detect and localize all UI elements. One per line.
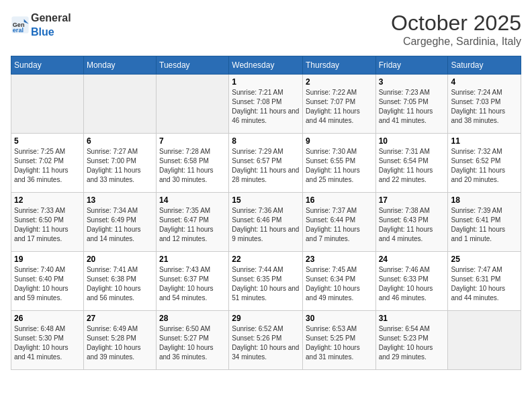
calendar-cell: 31Sunrise: 6:54 AM Sunset: 5:23 PM Dayli…: [375, 311, 448, 370]
calendar-cell: 26Sunrise: 6:48 AM Sunset: 5:30 PM Dayli…: [11, 311, 84, 370]
calendar-cell: 27Sunrise: 6:49 AM Sunset: 5:28 PM Dayli…: [83, 311, 156, 370]
day-info: Sunrise: 7:21 AM Sunset: 7:08 PM Dayligh…: [232, 88, 300, 126]
day-header-tuesday: Tuesday: [157, 56, 229, 75]
calendar-cell: 5Sunrise: 7:25 AM Sunset: 7:02 PM Daylig…: [11, 134, 84, 193]
day-info: Sunrise: 6:48 AM Sunset: 5:30 PM Dayligh…: [14, 324, 81, 362]
calendar-week-5: 26Sunrise: 6:48 AM Sunset: 5:30 PM Dayli…: [11, 311, 521, 370]
calendar-week-3: 12Sunrise: 7:33 AM Sunset: 6:50 PM Dayli…: [11, 193, 521, 252]
day-info: Sunrise: 7:35 AM Sunset: 6:47 PM Dayligh…: [159, 206, 226, 244]
day-info: Sunrise: 7:38 AM Sunset: 6:43 PM Dayligh…: [379, 206, 445, 244]
calendar-cell: 20Sunrise: 7:41 AM Sunset: 6:38 PM Dayli…: [83, 252, 156, 311]
day-info: Sunrise: 7:23 AM Sunset: 7:05 PM Dayligh…: [379, 88, 445, 126]
calendar-cell: 23Sunrise: 7:45 AM Sunset: 6:34 PM Dayli…: [303, 252, 376, 311]
day-number: 9: [306, 136, 373, 146]
day-info: Sunrise: 6:53 AM Sunset: 5:25 PM Dayligh…: [306, 324, 373, 362]
title-block: October 2025 Cargeghe, Sardinia, Italy: [391, 11, 521, 48]
day-number: 28: [159, 314, 226, 323]
calendar-table: SundayMondayTuesdayWednesdayThursdayFrid…: [11, 56, 521, 370]
day-number: 18: [451, 195, 518, 205]
day-info: Sunrise: 7:36 AM Sunset: 6:46 PM Dayligh…: [232, 206, 300, 244]
calendar-cell: 10Sunrise: 7:31 AM Sunset: 6:54 PM Dayli…: [375, 134, 448, 193]
svg-text:eral: eral: [13, 27, 24, 34]
day-info: Sunrise: 7:45 AM Sunset: 6:34 PM Dayligh…: [306, 265, 373, 303]
day-info: Sunrise: 7:24 AM Sunset: 7:03 PM Dayligh…: [451, 88, 518, 126]
day-info: Sunrise: 7:46 AM Sunset: 6:33 PM Dayligh…: [379, 265, 445, 303]
day-info: Sunrise: 7:28 AM Sunset: 6:58 PM Dayligh…: [159, 147, 226, 185]
day-number: 26: [14, 314, 81, 323]
day-number: 22: [232, 255, 300, 264]
calendar-cell: [448, 311, 521, 370]
day-number: 30: [306, 314, 373, 323]
calendar-cell: 8Sunrise: 7:29 AM Sunset: 6:57 PM Daylig…: [229, 134, 303, 193]
calendar-header-row: SundayMondayTuesdayWednesdayThursdayFrid…: [11, 56, 521, 75]
location-subtitle: Cargeghe, Sardinia, Italy: [391, 36, 521, 48]
calendar-cell: 22Sunrise: 7:44 AM Sunset: 6:35 PM Dayli…: [229, 252, 303, 311]
calendar-cell: 14Sunrise: 7:35 AM Sunset: 6:47 PM Dayli…: [157, 193, 229, 252]
day-header-saturday: Saturday: [448, 56, 521, 75]
day-number: 21: [159, 255, 226, 264]
day-number: 27: [87, 314, 153, 323]
day-info: Sunrise: 7:41 AM Sunset: 6:38 PM Dayligh…: [87, 265, 153, 303]
day-number: 1: [232, 77, 300, 87]
day-info: Sunrise: 6:54 AM Sunset: 5:23 PM Dayligh…: [379, 324, 445, 362]
calendar-cell: [11, 75, 84, 134]
day-info: Sunrise: 7:39 AM Sunset: 6:41 PM Dayligh…: [451, 206, 518, 244]
calendar-cell: 16Sunrise: 7:37 AM Sunset: 6:44 PM Dayli…: [303, 193, 376, 252]
month-title: October 2025: [391, 11, 521, 36]
calendar-cell: 13Sunrise: 7:34 AM Sunset: 6:49 PM Dayli…: [83, 193, 156, 252]
day-header-friday: Friday: [375, 56, 448, 75]
day-number: 13: [87, 195, 153, 205]
calendar-cell: [157, 75, 229, 134]
calendar-cell: 6Sunrise: 7:27 AM Sunset: 7:00 PM Daylig…: [83, 134, 156, 193]
logo-general-text: General: [31, 12, 71, 24]
day-header-thursday: Thursday: [303, 56, 376, 75]
calendar-week-2: 5Sunrise: 7:25 AM Sunset: 7:02 PM Daylig…: [11, 134, 521, 193]
day-number: 23: [306, 255, 373, 264]
logo: Gen eral General Blue: [11, 11, 71, 39]
day-number: 14: [159, 195, 226, 205]
day-info: Sunrise: 7:33 AM Sunset: 6:50 PM Dayligh…: [14, 206, 81, 244]
calendar-cell: 9Sunrise: 7:30 AM Sunset: 6:55 PM Daylig…: [303, 134, 376, 193]
day-number: 15: [232, 195, 300, 205]
calendar-week-4: 19Sunrise: 7:40 AM Sunset: 6:40 PM Dayli…: [11, 252, 521, 311]
day-number: 10: [379, 136, 445, 146]
calendar-cell: 12Sunrise: 7:33 AM Sunset: 6:50 PM Dayli…: [11, 193, 84, 252]
calendar-cell: 25Sunrise: 7:47 AM Sunset: 6:31 PM Dayli…: [448, 252, 521, 311]
day-number: 25: [451, 255, 518, 264]
calendar-cell: 4Sunrise: 7:24 AM Sunset: 7:03 PM Daylig…: [448, 75, 521, 134]
calendar-cell: 28Sunrise: 6:50 AM Sunset: 5:27 PM Dayli…: [157, 311, 229, 370]
day-info: Sunrise: 6:49 AM Sunset: 5:28 PM Dayligh…: [87, 324, 153, 362]
day-info: Sunrise: 6:50 AM Sunset: 5:27 PM Dayligh…: [159, 324, 226, 362]
calendar-cell: 19Sunrise: 7:40 AM Sunset: 6:40 PM Dayli…: [11, 252, 84, 311]
calendar-week-1: 1Sunrise: 7:21 AM Sunset: 7:08 PM Daylig…: [11, 75, 521, 134]
calendar-cell: 29Sunrise: 6:52 AM Sunset: 5:26 PM Dayli…: [229, 311, 303, 370]
day-number: 24: [379, 255, 445, 264]
logo-blue-text: Blue: [31, 26, 54, 38]
day-info: Sunrise: 6:52 AM Sunset: 5:26 PM Dayligh…: [232, 324, 300, 362]
day-info: Sunrise: 7:37 AM Sunset: 6:44 PM Dayligh…: [306, 206, 373, 244]
day-number: 11: [451, 136, 518, 146]
calendar-cell: 24Sunrise: 7:46 AM Sunset: 6:33 PM Dayli…: [375, 252, 448, 311]
day-number: 16: [306, 195, 373, 205]
day-info: Sunrise: 7:44 AM Sunset: 6:35 PM Dayligh…: [232, 265, 300, 303]
day-info: Sunrise: 7:22 AM Sunset: 7:07 PM Dayligh…: [306, 88, 373, 126]
day-number: 19: [14, 255, 81, 264]
calendar-cell: 17Sunrise: 7:38 AM Sunset: 6:43 PM Dayli…: [375, 193, 448, 252]
day-info: Sunrise: 7:32 AM Sunset: 6:52 PM Dayligh…: [451, 147, 518, 185]
calendar-cell: 11Sunrise: 7:32 AM Sunset: 6:52 PM Dayli…: [448, 134, 521, 193]
day-number: 3: [379, 77, 445, 87]
day-info: Sunrise: 7:31 AM Sunset: 6:54 PM Dayligh…: [379, 147, 445, 185]
calendar-cell: [83, 75, 156, 134]
day-header-wednesday: Wednesday: [229, 56, 303, 75]
day-info: Sunrise: 7:34 AM Sunset: 6:49 PM Dayligh…: [87, 206, 153, 244]
day-number: 20: [87, 255, 153, 264]
calendar-cell: 30Sunrise: 6:53 AM Sunset: 5:25 PM Dayli…: [303, 311, 376, 370]
day-info: Sunrise: 7:29 AM Sunset: 6:57 PM Dayligh…: [232, 147, 300, 185]
day-number: 8: [232, 136, 300, 146]
day-number: 29: [232, 314, 300, 323]
day-number: 6: [87, 136, 153, 146]
day-number: 4: [451, 77, 518, 87]
calendar-cell: 2Sunrise: 7:22 AM Sunset: 7:07 PM Daylig…: [303, 75, 376, 134]
day-number: 17: [379, 195, 445, 205]
day-info: Sunrise: 7:25 AM Sunset: 7:02 PM Dayligh…: [14, 147, 81, 185]
